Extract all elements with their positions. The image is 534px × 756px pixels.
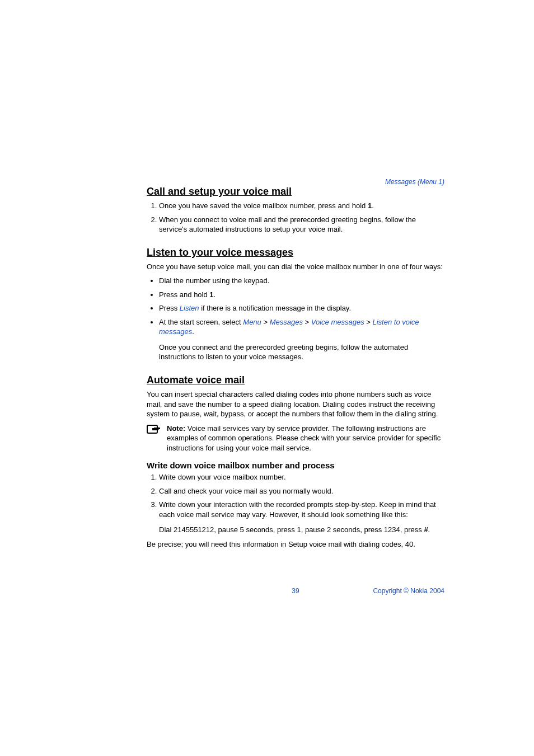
- main-content: Call and setup your voice mail Once you …: [147, 186, 444, 550]
- section-listen-title: Listen to your voice messages: [147, 247, 444, 259]
- menu-path-messages[interactable]: Messages: [270, 318, 303, 326]
- text: Dial 2145551212, pause 5 seconds, press …: [159, 525, 424, 534]
- step-item: Call and check your voice mail as you no…: [159, 486, 444, 496]
- text: if there is a notification message in th…: [199, 304, 351, 312]
- step-item: Write down your voice mailbox number.: [159, 472, 444, 482]
- sep: >: [364, 318, 373, 326]
- note-body: Voice mail services vary by service prov…: [167, 424, 441, 452]
- listen-link[interactable]: Listen: [180, 304, 199, 312]
- text: .: [214, 290, 216, 299]
- list-item: At the start screen, select Menu > Messa…: [159, 317, 444, 362]
- page-footer: 39 Copyright © Nokia 2004: [147, 587, 444, 595]
- text: .: [428, 525, 430, 534]
- step-item: Once you have saved the voice mailbox nu…: [159, 201, 444, 211]
- sep: >: [303, 318, 311, 326]
- example-dial-string: Dial 2145551212, pause 5 seconds, press …: [159, 525, 444, 535]
- sep: >: [261, 318, 270, 326]
- text: Press: [159, 304, 180, 312]
- text: .: [372, 201, 374, 210]
- key-hash: #: [424, 525, 428, 534]
- page-number: 39: [246, 587, 345, 595]
- text: Once you have saved the voice mailbox nu…: [159, 201, 368, 210]
- section-listen-bullets: Dial the number using the keypad. Press …: [147, 276, 444, 362]
- text: Press and hold: [159, 290, 209, 299]
- subsection-write-down-title: Write down voice mailbox number and proc…: [147, 461, 444, 470]
- menu-path-menu[interactable]: Menu: [243, 318, 261, 326]
- text: At the start screen, select: [159, 318, 243, 326]
- step-item: When you connect to voice mail and the p…: [159, 215, 444, 234]
- text: Write down your interaction with the rec…: [159, 500, 436, 519]
- key-1: 1: [209, 290, 213, 299]
- note-text: Note: Voice mail services vary by servic…: [167, 424, 444, 453]
- note-block: Note: Voice mail services vary by servic…: [147, 424, 444, 453]
- section-automate-title: Automate voice mail: [147, 374, 444, 386]
- subsection-write-down-steps: Write down your voice mailbox number. Ca…: [147, 472, 444, 535]
- listen-tail: Once you connect and the prerecorded gre…: [159, 342, 444, 362]
- header-breadcrumb[interactable]: Messages (Menu 1): [385, 178, 444, 186]
- copyright: Copyright © Nokia 2004: [345, 587, 444, 595]
- note-icon: [147, 425, 161, 439]
- list-item: Press and hold 1.: [159, 290, 444, 300]
- list-item: Press Listen if there is a notification …: [159, 303, 444, 313]
- list-item: Dial the number using the keypad.: [159, 276, 444, 286]
- text: .: [192, 327, 194, 336]
- note-label: Note:: [167, 424, 185, 433]
- closing-note: Be precise; you will need this informati…: [147, 539, 444, 550]
- step-item: Write down your interaction with the rec…: [159, 500, 444, 535]
- section-call-setup-title: Call and setup your voice mail: [147, 186, 444, 198]
- section-automate-intro: You can insert special characters called…: [147, 389, 444, 419]
- menu-path-voice-messages[interactable]: Voice messages: [311, 318, 364, 326]
- section-call-setup-steps: Once you have saved the voice mailbox nu…: [147, 201, 444, 234]
- section-listen-intro: Once you have setup voice mail, you can …: [147, 262, 444, 272]
